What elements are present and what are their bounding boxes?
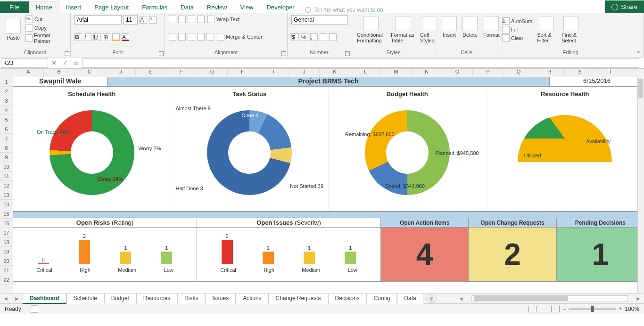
sort-filter-button[interactable]: Sort & Filter	[535, 15, 558, 44]
row-header[interactable]: 7	[0, 134, 13, 143]
column-header[interactable]: F	[166, 69, 197, 77]
zoom-out-button[interactable]: −	[562, 306, 566, 312]
column-header[interactable]: L	[350, 69, 381, 77]
align-right-button[interactable]	[188, 33, 195, 41]
share-button[interactable]: Share	[605, 0, 644, 13]
number-format-select[interactable]	[291, 15, 348, 24]
column-header[interactable]: O	[442, 69, 473, 77]
align-bottom-button[interactable]	[188, 16, 195, 23]
wrap-text-button[interactable]: Wrap Text	[206, 15, 240, 24]
delete-cells-button[interactable]: Delete	[461, 15, 479, 39]
zoom-slider[interactable]	[569, 308, 616, 310]
decrease-decimal-button[interactable]	[329, 33, 337, 41]
increase-decimal-button[interactable]	[320, 33, 327, 41]
column-header[interactable]: S	[565, 69, 595, 77]
column-header[interactable]: N	[412, 69, 442, 77]
horizontal-scrollbar[interactable]	[471, 295, 628, 302]
bold-button[interactable]: B	[74, 33, 82, 41]
row-header[interactable]: 5	[0, 115, 13, 124]
sheet-tab[interactable]: Change Requests	[269, 293, 328, 304]
format-painter-button[interactable]: Format Painter	[25, 32, 66, 44]
sheet-tab[interactable]: Decisions	[328, 293, 367, 304]
normal-view-button[interactable]	[528, 306, 537, 312]
hscroll-left[interactable]: ◄	[455, 295, 467, 302]
row-header[interactable]: 13	[0, 190, 13, 200]
fill-button[interactable]: Fill	[501, 25, 533, 34]
column-header[interactable]: T	[595, 69, 626, 77]
tab-view[interactable]: View	[233, 1, 260, 13]
row-header[interactable]: 3	[0, 96, 13, 106]
alignment-launcher[interactable]	[281, 51, 286, 56]
copy-button[interactable]: Copy	[25, 24, 66, 32]
collapse-ribbon-button[interactable]: ⌃	[636, 50, 641, 57]
increase-indent-button[interactable]	[206, 33, 214, 41]
cancel-formula-button[interactable]: ✕	[48, 59, 59, 66]
row-header[interactable]: 14	[0, 200, 13, 209]
row-header[interactable]: 6	[0, 124, 13, 134]
zoom-level[interactable]: 100%	[625, 306, 639, 312]
column-header[interactable]: B	[44, 69, 74, 77]
sheet-tab[interactable]: Resources	[136, 293, 177, 304]
row-header[interactable]: 9	[0, 153, 13, 162]
worksheet[interactable]: Swapnil Wale Project BRMS Tech 6/15/2016…	[13, 77, 644, 293]
hscroll-right[interactable]: ►	[633, 295, 644, 302]
borders-button[interactable]: ⊞	[103, 33, 110, 41]
tab-home[interactable]: Home	[29, 1, 59, 13]
column-header[interactable]: D	[105, 69, 136, 77]
align-middle-button[interactable]	[178, 16, 186, 23]
insert-cells-button[interactable]: Insert	[440, 15, 459, 39]
column-header[interactable]: E	[136, 69, 166, 77]
column-header[interactable]: Q	[504, 69, 534, 77]
underline-button[interactable]: U	[93, 33, 101, 41]
new-sheet-button[interactable]: ⊕	[426, 294, 437, 303]
chart-schedule-health[interactable]: Schedule Health On Track 74% Worry 2% De…	[13, 87, 171, 211]
align-top-button[interactable]	[169, 16, 176, 23]
find-select-button[interactable]: Find & Select	[560, 15, 582, 44]
font-color-button[interactable]: A	[122, 33, 129, 41]
column-header[interactable]: R	[534, 69, 565, 77]
row-header[interactable]: 19	[0, 247, 13, 256]
comma-format-button[interactable]: ,	[310, 33, 318, 41]
clipboard-launcher[interactable]	[65, 51, 69, 56]
row-header[interactable]: 12	[0, 181, 13, 190]
row-header[interactable]: 16	[0, 219, 13, 228]
row-header[interactable]: 4	[0, 106, 13, 115]
tell-me-search[interactable]: Tell me what you want to do	[305, 7, 383, 13]
fill-color-button[interactable]	[112, 33, 120, 41]
percent-format-button[interactable]: %	[301, 33, 308, 41]
sheet-tab[interactable]: Actions	[236, 293, 268, 304]
chart-resource-health[interactable]: Resource Health Utilized Availability	[487, 87, 644, 211]
chart-budget-health[interactable]: Budget Health Planned, $945,500 Spend, $…	[329, 87, 487, 211]
font-launcher[interactable]	[159, 51, 164, 56]
font-size-select[interactable]	[124, 15, 138, 24]
tab-developer[interactable]: Developer	[260, 1, 301, 13]
column-header[interactable]: G	[197, 69, 228, 77]
merge-center-button[interactable]: Merge & Center	[216, 33, 264, 41]
row-header[interactable]: 15	[0, 209, 13, 219]
cut-button[interactable]: ✂Cut	[25, 15, 66, 24]
tab-data[interactable]: Data	[174, 1, 200, 13]
column-header[interactable]: P	[473, 69, 504, 77]
align-center-button[interactable]	[178, 33, 186, 41]
decrease-indent-button[interactable]	[197, 33, 205, 41]
tab-formulas[interactable]: Formulas	[135, 1, 174, 13]
number-launcher[interactable]	[345, 51, 350, 56]
font-name-select[interactable]	[74, 15, 122, 24]
macro-record-icon[interactable]	[31, 305, 38, 313]
formula-bar[interactable]	[82, 58, 639, 68]
row-header[interactable]: 22	[0, 275, 13, 285]
autosum-button[interactable]: ΣAutoSum	[501, 17, 533, 25]
row-header[interactable]: 10	[0, 162, 13, 171]
chart-task-status[interactable]: Task Status Done 4 Almost There 9 Half D…	[171, 87, 329, 211]
sheet-tab[interactable]: Budget	[104, 293, 136, 304]
page-break-view-button[interactable]	[551, 306, 560, 312]
row-header[interactable]: 17	[0, 228, 13, 237]
row-header[interactable]: 20	[0, 256, 13, 266]
clear-button[interactable]: Clear	[501, 34, 533, 42]
column-header[interactable]: A	[13, 69, 44, 77]
name-box[interactable]	[1, 58, 48, 68]
sheet-tab[interactable]: Data	[397, 293, 423, 304]
row-header[interactable]: 18	[0, 237, 13, 247]
sheet-nav-prev[interactable]: ►	[11, 295, 23, 302]
shrink-font-button[interactable]: A	[149, 16, 157, 24]
